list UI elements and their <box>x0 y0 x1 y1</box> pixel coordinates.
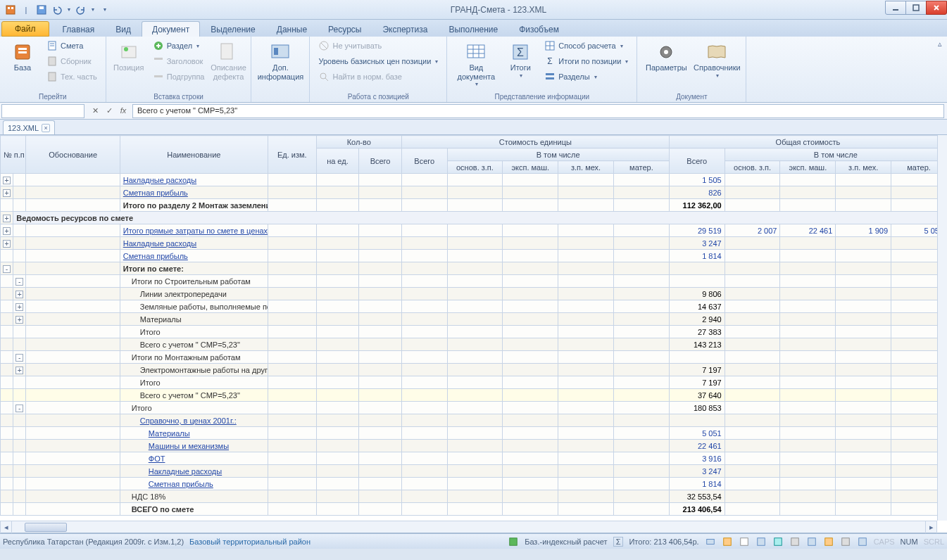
table-row[interactable]: - Итого 180 853 <box>1 402 947 414</box>
save-icon[interactable] <box>35 4 48 16</box>
col-num[interactable]: № п.п <box>1 136 26 174</box>
doc-tab[interactable]: 123.XML × <box>3 120 55 134</box>
table-row[interactable]: Материалы 5 051 <box>1 427 947 440</box>
tab-selection[interactable]: Выделение <box>200 21 266 37</box>
sb-icon-9[interactable] <box>840 536 851 547</box>
horizontal-scrollbar[interactable]: ◂ ▸ <box>0 521 937 533</box>
table-row[interactable]: Итого по разделу 2 Монтаж заземления 112… <box>1 199 947 212</box>
table-row[interactable]: - Итоги по Монтажным работам <box>1 351 947 364</box>
sb-icon-1[interactable] <box>705 536 716 547</box>
table-row[interactable]: Итого 7 197 <box>1 376 947 389</box>
col-naim[interactable]: Наименование <box>120 136 268 174</box>
table-row[interactable]: + Линии электропередачи 9 806 <box>1 288 947 300</box>
scroll-right-icon[interactable]: ▸ <box>925 521 937 533</box>
refs-button[interactable]: Справочники▾ <box>692 38 741 82</box>
tab-expertise[interactable]: Экспертиза <box>372 21 438 37</box>
tab-view[interactable]: Вид <box>105 21 142 37</box>
pricelevel-button[interactable]: Уровень базисных цен позиции▾ <box>314 53 442 69</box>
tab-resources[interactable]: Ресурсы <box>318 21 372 37</box>
table-row[interactable]: + Накладные расходы 1 505 <box>1 174 947 186</box>
expander-icon[interactable]: + <box>15 316 23 324</box>
close-button[interactable] <box>926 1 947 15</box>
addinfo-button[interactable]: Доп. информация <box>256 38 305 84</box>
col-naed[interactable]: на ед. <box>316 148 359 174</box>
sb-icon-3[interactable] <box>739 536 750 547</box>
sb-icon-6[interactable] <box>789 536 801 547</box>
table-row[interactable]: Накладные расходы 3 247 <box>1 465 947 478</box>
table-row[interactable]: Справочно, в ценах 2001г.: <box>1 414 947 427</box>
col-ed[interactable]: Ед. изм. <box>268 136 316 174</box>
tab-data[interactable]: Данные <box>266 21 318 37</box>
redo-icon[interactable] <box>75 4 87 16</box>
cancel-formula-icon[interactable]: ✕ <box>89 106 101 115</box>
sb-icon-2[interactable] <box>722 536 733 547</box>
tab-main[interactable]: Главная <box>52 21 106 37</box>
expander-icon[interactable]: - <box>3 265 11 273</box>
doc-tab-close-icon[interactable]: × <box>42 124 50 132</box>
col-eksp1[interactable]: эксп. маш. <box>503 161 558 174</box>
tab-execution[interactable]: Выполнение <box>438 21 508 37</box>
table-row[interactable]: Машины и механизмы 22 461 <box>1 440 947 452</box>
expander-icon[interactable]: - <box>15 354 23 362</box>
section-button[interactable]: Раздел▾ <box>149 38 209 53</box>
sb-icon-7[interactable] <box>806 536 817 547</box>
maximize-button[interactable] <box>905 1 927 15</box>
col-vtom2[interactable]: В том числе <box>725 148 946 161</box>
table-row[interactable]: Всего с учетом " СМР=5,23" 37 640 <box>1 389 947 402</box>
sb-icon-4[interactable] <box>755 536 767 547</box>
col-kolvo[interactable]: Кол-во <box>316 136 401 148</box>
fx-icon[interactable]: fx <box>117 106 130 115</box>
table-row[interactable]: + Итого прямые затраты по смете в ценах … <box>1 224 947 237</box>
table-row[interactable]: ВСЕГО по смете 213 406,54 <box>1 503 947 516</box>
app-icon[interactable] <box>4 4 17 16</box>
name-box[interactable] <box>1 104 84 118</box>
expander-icon[interactable]: - <box>15 278 23 286</box>
table-row[interactable]: ФОТ 3 916 <box>1 452 947 465</box>
qat-customize[interactable]: ▼ <box>99 4 111 16</box>
table-row[interactable]: - Итоги по Строительным работам <box>1 275 947 288</box>
col-vsego[interactable]: Всего <box>359 148 402 174</box>
table-row[interactable]: + Материалы 2 940 <box>1 313 947 326</box>
table-row[interactable]: - Итоги по смете: <box>1 262 947 275</box>
table-row[interactable]: Итого 27 383 <box>1 326 947 338</box>
scroll-left-icon[interactable]: ◂ <box>0 521 12 533</box>
docview-button[interactable]: Вид документа▾ <box>451 38 501 90</box>
expander-icon[interactable]: + <box>15 367 23 374</box>
expander-icon[interactable]: + <box>3 189 11 197</box>
scroll-thumb[interactable] <box>25 523 67 532</box>
base-button[interactable]: База <box>4 38 41 75</box>
expander-icon[interactable]: + <box>3 227 11 235</box>
expander-icon[interactable]: + <box>15 291 23 298</box>
expander-icon[interactable]: - <box>15 405 23 412</box>
redo-dropdown[interactable]: ▼ <box>90 4 96 16</box>
params-button[interactable]: Параметры <box>641 38 691 75</box>
formula-input[interactable]: Всего с учетом " СМР=5,23" <box>132 104 944 118</box>
undo-icon[interactable] <box>51 4 63 16</box>
sb-icon-10[interactable] <box>857 536 868 547</box>
undo-dropdown[interactable]: ▼ <box>66 4 72 16</box>
col-vsego2[interactable]: Всего <box>401 148 447 174</box>
postotals-button[interactable]: ΣИтоги по позиции▾ <box>540 53 632 69</box>
col-vsego3[interactable]: Всего <box>669 148 725 174</box>
table-row[interactable]: Всего с учетом " СМР=5,23" 143 213 <box>1 338 947 351</box>
table-row[interactable]: + Сметная прибыль 826 <box>1 186 947 199</box>
spreadsheet-grid[interactable]: № п.п Обоснование Наименование Ед. изм. … <box>0 135 947 516</box>
accept-formula-icon[interactable]: ✓ <box>103 106 115 115</box>
calcmethod-button[interactable]: Способ расчета▾ <box>540 38 632 53</box>
col-eksp2[interactable]: эксп. маш. <box>780 161 836 174</box>
vertical-scrollbar[interactable] <box>937 135 947 521</box>
sb-icon-8[interactable] <box>823 536 834 547</box>
minimize-button[interactable] <box>885 1 906 15</box>
col-osn2[interactable]: основ. з.п. <box>725 161 780 174</box>
col-osn1[interactable]: основ. з.п. <box>447 161 503 174</box>
table-row[interactable]: Сметная прибыль 1 814 <box>1 478 947 490</box>
col-stoed[interactable]: Стоимость единицы <box>401 136 669 148</box>
col-obst[interactable]: Общая стоимость <box>669 136 946 148</box>
expander-icon[interactable]: + <box>3 215 11 222</box>
table-row[interactable]: + Земляные работы, выполняемые по другим… <box>1 300 947 313</box>
sb-icon-5[interactable] <box>772 536 784 547</box>
expander-icon[interactable]: + <box>3 177 11 184</box>
file-tab[interactable]: Файл <box>1 21 49 37</box>
table-row[interactable]: + Ведомость ресурсов по смете <box>1 212 947 224</box>
totals-button[interactable]: Σ Итоги▾ <box>502 38 539 82</box>
